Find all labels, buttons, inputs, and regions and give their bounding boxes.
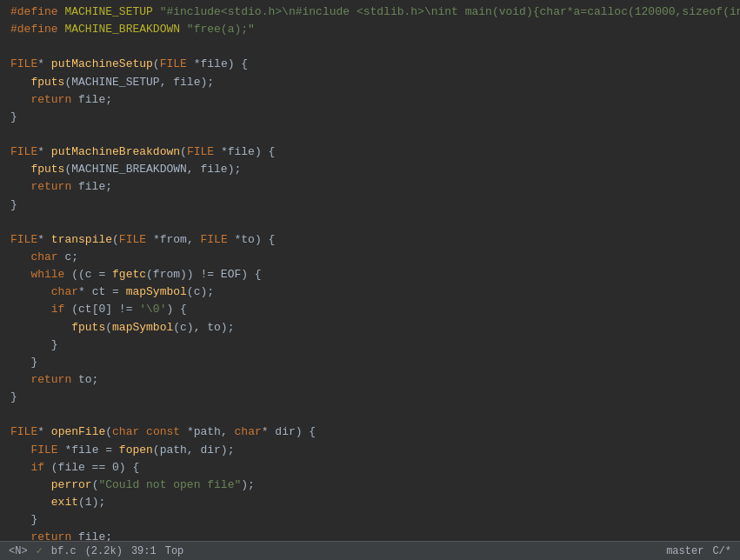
line-content: ​ (3, 38, 740, 56)
code-line: } (0, 354, 740, 371)
filetype: C/* (712, 545, 731, 557)
line-content: #define MACHINE_SETUP "#include<stdio.h>… (3, 3, 740, 21)
line-content: fputs(mapSymbol(c), to); (3, 319, 740, 337)
token-char-lit: '\0' (139, 303, 166, 316)
token-kw: const (146, 425, 180, 438)
token-plain: *path, (180, 425, 234, 438)
token-plain: ((c = (64, 268, 112, 281)
token-fname: transpile (51, 233, 112, 246)
token-kw: char (30, 250, 57, 263)
code-line: } (0, 511, 740, 529)
status-bar: <N> ✓ bf.c (2.2k) 39:1 Top master C/* (0, 541, 740, 560)
code-line: if (ct[0] != '\0') { (0, 301, 740, 318)
token-plain: (ct[0] != (64, 303, 139, 316)
token-plain: (c); (187, 285, 214, 298)
line-content: } (3, 197, 740, 214)
cursor-position: 39:1 (131, 545, 157, 557)
token-kw: FILE (10, 57, 37, 70)
token-plain (10, 478, 51, 491)
token-macro-name: MACHINE_SETUP (64, 5, 152, 18)
token-fname: openFile (51, 425, 105, 438)
token-macro: #define (10, 23, 58, 36)
line-content: } (3, 354, 740, 371)
line-content: perror("Could not open file"); (3, 477, 740, 494)
token-kw: if (51, 303, 65, 316)
code-line: char c; (0, 249, 740, 266)
token-plain (10, 530, 30, 541)
token-plain (10, 443, 30, 457)
token-fname: putMachineSetup (51, 57, 153, 70)
code-line: return file; (0, 529, 740, 541)
token-kw: FILE (10, 145, 37, 158)
token-plain: file; (71, 93, 112, 106)
line-content: } (3, 109, 740, 126)
token-kw: return (30, 373, 71, 386)
token-plain: } (10, 390, 17, 403)
code-line: char* ct = mapSymbol(c); (0, 283, 740, 301)
token-plain: *file) { (187, 57, 248, 70)
token-plain: (path, dir); (153, 443, 235, 457)
code-line: return file; (0, 91, 740, 109)
token-plain: (MACHINE_BREAKDOWN, file); (64, 163, 241, 176)
token-kw: while (30, 268, 64, 281)
line-content: ​ (3, 406, 740, 423)
token-kw: FILE (119, 233, 146, 246)
token-plain: ( (105, 321, 112, 334)
code-line: #define MACHINE_SETUP "#include<stdio.h>… (0, 3, 740, 21)
token-plain (10, 250, 30, 263)
line-content: } (3, 389, 740, 406)
token-kw: return (30, 93, 71, 106)
code-line: FILE* openFile(char const *path, char* d… (0, 423, 740, 441)
token-plain: ( (105, 425, 112, 438)
line-content: char* ct = mapSymbol(c); (3, 283, 740, 301)
line-content: if (ct[0] != '\0') { (3, 301, 740, 318)
token-plain (10, 373, 30, 386)
line-content: return to; (3, 371, 740, 389)
token-plain: } (10, 110, 17, 123)
code-line: fputs(MACHINE_BREAKDOWN, file); (0, 161, 740, 178)
token-macro: #define (10, 5, 58, 18)
line-content: if (file == 0) { (3, 459, 740, 477)
line-content: fputs(MACHINE_BREAKDOWN, file); (3, 161, 740, 178)
token-str: "#include<stdio.h>\n#include <stdlib.h>\… (160, 5, 740, 18)
code-line: FILE* putMachineBreakdown(FILE *file) { (0, 143, 740, 161)
token-plain: * (37, 233, 51, 246)
line-content: return file; (3, 91, 740, 109)
line-content: return file; (3, 529, 740, 541)
token-kw: char (235, 425, 262, 438)
token-plain: * dir) { (262, 425, 316, 438)
token-str: "free(a);" (187, 23, 255, 36)
token-fname: fputs (30, 76, 64, 89)
token-plain: to; (71, 373, 98, 386)
token-plain: (from)) != EOF) { (146, 268, 262, 281)
code-editor: #define MACHINE_SETUP "#include<stdio.h>… (0, 0, 740, 541)
token-fname: fopen (119, 443, 153, 457)
code-line: } (0, 337, 740, 354)
token-plain (139, 425, 146, 438)
token-plain: c; (58, 250, 78, 263)
token-plain (10, 180, 30, 193)
code-line: FILE *file = fopen(path, dir); (0, 442, 740, 459)
line-content: ​ (3, 126, 740, 143)
token-plain: *file = (58, 443, 119, 457)
code-line: exit(1); (0, 494, 740, 511)
code-line: ​ (0, 406, 740, 423)
token-plain: } (10, 338, 58, 351)
scroll-position: Top (165, 545, 184, 557)
token-kw: FILE (30, 443, 57, 457)
code-line: return file; (0, 178, 740, 196)
token-kw: if (30, 461, 44, 474)
line-content: while ((c = fgetc(from)) != EOF) { (3, 266, 740, 283)
token-plain: ( (180, 145, 187, 158)
token-kw: FILE (10, 425, 37, 438)
token-plain: ( (112, 233, 119, 246)
token-kw: FILE (10, 233, 37, 246)
token-fname: mapSymbol (126, 285, 187, 298)
line-content: return file; (3, 178, 740, 196)
token-plain: * ct = (78, 285, 126, 298)
token-fname: fputs (71, 321, 105, 334)
token-fname: putMachineBreakdown (51, 145, 180, 158)
vim-mode: <N> (9, 545, 28, 557)
token-kw: FILE (160, 57, 187, 70)
code-line: FILE* putMachineSetup(FILE *file) { (0, 56, 740, 73)
